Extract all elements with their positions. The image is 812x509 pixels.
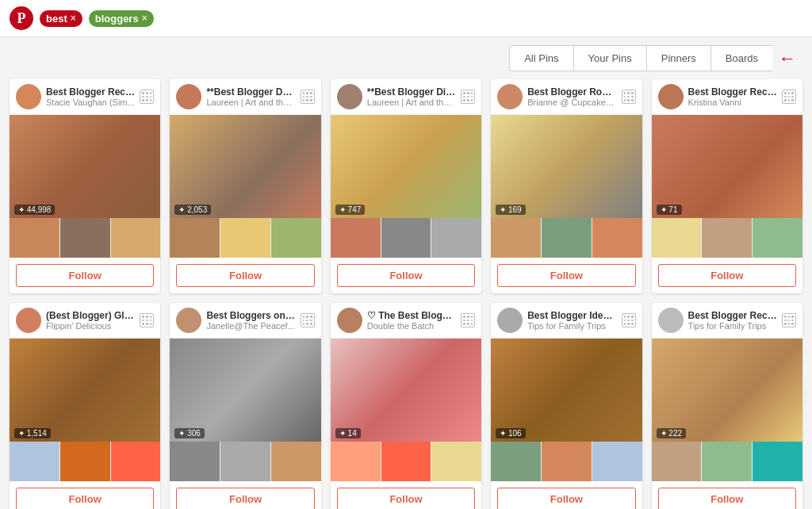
filter-bar: All Pins Your Pins Pinners Boards ← — [0, 37, 812, 79]
filter-all-pins[interactable]: All Pins — [509, 45, 573, 71]
filter-pinners[interactable]: Pinners — [646, 45, 710, 71]
board-name-8: ♡ The Best Blogge... — [367, 310, 456, 321]
tag-bloggers[interactable]: bloggers × — [89, 10, 154, 27]
board-follow-button-2[interactable]: Follow — [176, 264, 314, 287]
board-pin-count-8: ✦ 14 — [335, 428, 361, 438]
board-sub-img-10-3 — [753, 442, 802, 481]
board-author-8: Double the Batch — [367, 321, 456, 331]
board-sub-img-8-1 — [331, 442, 381, 481]
board-avatar-8 — [337, 308, 362, 333]
board-name-7: Best Bloggers on ... — [206, 310, 295, 321]
board-grid-icon-8[interactable] — [461, 313, 475, 327]
board-follow-button-7[interactable]: Follow — [176, 488, 314, 509]
board-sub-img-3-1 — [331, 218, 381, 258]
board-grid-icon-5[interactable] — [782, 90, 796, 104]
board-header-2: **Best Blogger De... Laureen | Art and t… — [170, 79, 320, 115]
board-grid-icon-9[interactable] — [622, 313, 636, 327]
board-card-4: Best Blogger Round... Brianne @ Cupcakes… — [491, 79, 642, 293]
board-card-9: Best Blogger Ideas f... Tips for Family … — [491, 303, 642, 509]
board-sub-img-10-2 — [702, 442, 752, 481]
board-author-6: Flippin' Delicious — [46, 321, 135, 331]
top-bar: P best × bloggers × — [0, 0, 812, 37]
board-main-image-5: ✦ 71 — [652, 115, 802, 218]
board-info-3: **Best Blogger Din... Laureen | Art and … — [367, 86, 456, 107]
pinterest-logo[interactable]: P — [10, 6, 33, 30]
board-sub-img-5-1 — [652, 218, 702, 258]
board-header-6: (Best Blogger) Glu... Flippin' Delicious — [10, 303, 160, 339]
board-sub-img-4-2 — [542, 218, 592, 258]
board-name-5: Best Blogger Reci... — [688, 86, 777, 98]
board-follow-button-8[interactable]: Follow — [337, 488, 475, 509]
board-card-2: **Best Blogger De... Laureen | Art and t… — [170, 79, 320, 293]
board-avatar-9 — [497, 308, 523, 333]
filter-boards[interactable]: Boards — [710, 45, 772, 71]
board-grid-icon-6[interactable] — [140, 313, 154, 327]
board-avatar-7 — [176, 308, 201, 333]
board-sub-img-8-2 — [381, 442, 431, 481]
board-avatar-3 — [337, 84, 362, 109]
tag-best-remove[interactable]: × — [71, 13, 76, 24]
board-follow-button-4[interactable]: Follow — [497, 264, 635, 287]
tag-best[interactable]: best × — [40, 10, 82, 27]
board-main-image-9: ✦ 106 — [491, 339, 642, 442]
tag-bloggers-remove[interactable]: × — [142, 13, 147, 24]
board-grid-icon-7[interactable] — [301, 313, 315, 327]
board-avatar-10 — [658, 308, 684, 333]
board-sub-img-6-1 — [10, 442, 59, 481]
board-name-2: **Best Blogger De... — [206, 86, 295, 98]
board-follow-button-10[interactable]: Follow — [658, 488, 796, 509]
board-sub-img-1-3 — [111, 218, 161, 258]
board-header-3: **Best Blogger Din... Laureen | Art and … — [331, 79, 481, 115]
board-info-10: Best Blogger Recipes Tips for Family Tri… — [688, 310, 777, 331]
board-sub-img-7-1 — [170, 442, 220, 481]
board-grid-icon-1[interactable] — [140, 90, 154, 104]
board-author-10: Tips for Family Trips — [688, 321, 777, 331]
board-pin-count-9: ✦ 106 — [496, 428, 525, 438]
board-grid: Best Blogger Reci... Stacie Vaughan (Sim… — [0, 79, 812, 509]
board-sub-images-10 — [652, 442, 802, 481]
board-avatar-6 — [16, 308, 41, 333]
board-grid-icon-4[interactable] — [622, 90, 636, 104]
board-header-5: Best Blogger Reci... Kristina Vanni — [652, 79, 802, 115]
filter-your-pins[interactable]: Your Pins — [573, 45, 646, 71]
board-sub-img-5-3 — [753, 218, 802, 258]
board-main-image-6: ✦ 1,514 — [10, 339, 160, 442]
board-grid-icon-10[interactable] — [782, 313, 796, 327]
board-follow-button-9[interactable]: Follow — [497, 488, 635, 509]
board-author-2: Laureen | Art and the ... — [206, 98, 295, 107]
board-author-5: Kristina Vanni — [688, 98, 777, 107]
board-sub-img-1-2 — [60, 218, 110, 258]
board-follow-button-5[interactable]: Follow — [658, 264, 796, 287]
board-card-5: Best Blogger Reci... Kristina Vanni ✦ 71… — [652, 79, 802, 293]
board-follow-button-1[interactable]: Follow — [16, 264, 154, 287]
board-sub-img-6-2 — [60, 442, 110, 481]
board-sub-img-4-3 — [592, 218, 642, 258]
board-follow-button-3[interactable]: Follow — [337, 264, 475, 287]
board-sub-img-8-3 — [431, 442, 481, 481]
board-info-7: Best Bloggers on ... Janelle@The Peacef.… — [206, 310, 295, 331]
board-pin-count-7: ✦ 306 — [174, 428, 204, 438]
board-sub-img-1-1 — [10, 218, 59, 258]
board-info-9: Best Blogger Ideas f... Tips for Family … — [527, 310, 616, 331]
board-pin-count-2: ✦ 2,053 — [174, 205, 211, 215]
board-info-4: Best Blogger Round... Brianne @ Cupcakes… — [527, 86, 616, 107]
board-header-10: Best Blogger Recipes Tips for Family Tri… — [652, 303, 802, 339]
board-card-10: Best Blogger Recipes Tips for Family Tri… — [652, 303, 802, 509]
board-sub-images-5 — [652, 218, 802, 258]
board-avatar-5 — [658, 84, 684, 109]
board-header-9: Best Blogger Ideas f... Tips for Family … — [491, 303, 642, 339]
board-follow-button-6[interactable]: Follow — [16, 488, 154, 509]
board-pin-count-3: ✦ 747 — [335, 205, 365, 215]
board-info-8: ♡ The Best Blogge... Double the Batch — [367, 310, 456, 331]
board-main-image-2: ✦ 2,053 — [170, 115, 320, 218]
board-pin-count-10: ✦ 222 — [657, 428, 686, 438]
board-author-4: Brianne @ Cupcakes &... — [527, 98, 616, 107]
board-grid-icon-2[interactable] — [301, 90, 315, 104]
board-sub-img-9-2 — [542, 442, 592, 481]
board-name-4: Best Blogger Round... — [527, 86, 616, 98]
tag-bloggers-label: bloggers — [95, 13, 139, 25]
board-grid-icon-3[interactable] — [461, 90, 475, 104]
board-card-1: Best Blogger Reci... Stacie Vaughan (Sim… — [10, 79, 160, 293]
board-avatar-4 — [497, 84, 523, 109]
board-sub-img-7-3 — [271, 442, 321, 481]
